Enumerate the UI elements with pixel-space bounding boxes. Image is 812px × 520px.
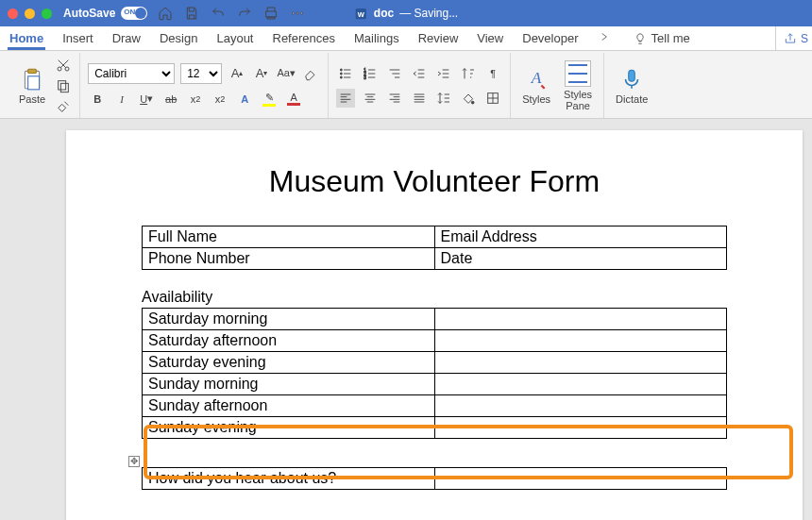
close-window-icon[interactable] — [8, 8, 18, 19]
availability-heading[interactable]: Availability — [142, 289, 727, 306]
tab-insert[interactable]: Insert — [62, 31, 93, 45]
tab-home[interactable]: Home — [9, 31, 43, 45]
page[interactable]: Museum Volunteer Form Full Name Email Ad… — [66, 130, 803, 520]
shading-button[interactable] — [459, 89, 478, 108]
svg-point-14 — [340, 76, 342, 78]
document-heading[interactable]: Museum Volunteer Form — [142, 164, 727, 199]
line-spacing-button[interactable] — [434, 89, 453, 108]
group-font: Calibri 12 A▴ A▾ Aa▾ B I U▾ ab x2 x2 A ✎… — [80, 53, 329, 118]
saving-status: — Saving... — [399, 7, 458, 20]
sort-button[interactable] — [459, 64, 478, 83]
styles-pane-icon — [565, 60, 591, 87]
table-row: Saturday evening — [143, 352, 727, 374]
tell-me-search[interactable]: Tell me — [634, 31, 690, 45]
borders-button[interactable] — [483, 89, 502, 108]
font-size-select[interactable]: 12 — [180, 63, 222, 84]
svg-text:3: 3 — [364, 75, 366, 80]
text-effects-button[interactable]: A — [235, 90, 254, 109]
increase-font-button[interactable]: A▴ — [228, 64, 246, 83]
show-marks-button[interactable]: ¶ — [483, 64, 502, 83]
zoom-window-icon[interactable] — [42, 8, 52, 19]
quick-access-toolbar — [157, 5, 306, 22]
document-canvas[interactable]: Museum Volunteer Form Full Name Email Ad… — [0, 119, 812, 520]
decrease-font-button[interactable]: A▾ — [252, 64, 271, 83]
contact-table[interactable]: Full Name Email Address Phone Number Dat… — [142, 226, 727, 270]
tab-layout[interactable]: Layout — [216, 31, 253, 45]
overflow-icon[interactable] — [598, 30, 611, 46]
align-center-button[interactable] — [361, 89, 380, 108]
availability-table[interactable]: Saturday morning Saturday afternoon Satu… — [142, 308, 727, 439]
justify-button[interactable] — [410, 89, 429, 108]
format-painter-button[interactable] — [55, 98, 72, 115]
home-icon[interactable] — [157, 5, 174, 22]
font-color-button[interactable]: A — [284, 90, 303, 109]
underline-button[interactable]: U▾ — [137, 90, 156, 109]
redo-icon[interactable] — [236, 5, 253, 22]
italic-button[interactable]: I — [112, 90, 131, 109]
ribbon: Paste Calibri 12 A▴ A▾ Aa▾ B I U▾ ab x2 — [0, 51, 812, 119]
indent-icon — [436, 66, 451, 81]
autosave-toggle[interactable]: AutoSave ON — [63, 7, 147, 20]
cell-email[interactable]: Email Address — [434, 226, 727, 248]
tab-review[interactable]: Review — [418, 31, 459, 45]
cut-button[interactable] — [55, 57, 72, 74]
table-row: Saturday morning — [143, 309, 727, 330]
cell-full-name[interactable]: Full Name — [143, 226, 435, 248]
more-icon[interactable] — [289, 5, 306, 22]
cell-hear-about[interactable]: How did you hear about us? — [143, 468, 435, 490]
font-name-select[interactable]: Calibri — [88, 63, 175, 84]
tab-mailings[interactable]: Mailings — [354, 31, 399, 45]
cell-phone[interactable]: Phone Number — [143, 248, 435, 270]
styles-button[interactable]: A Styles — [518, 65, 554, 107]
share-icon — [784, 32, 797, 45]
cell-date[interactable]: Date — [434, 248, 727, 270]
tab-references[interactable]: References — [273, 31, 335, 45]
tab-view[interactable]: View — [477, 31, 503, 45]
undo-icon[interactable] — [210, 5, 227, 22]
tab-draw[interactable]: Draw — [112, 31, 141, 45]
change-case-button[interactable]: Aa▾ — [277, 64, 296, 83]
share-button[interactable]: S — [775, 26, 812, 50]
svg-rect-10 — [59, 80, 66, 89]
save-icon[interactable] — [183, 5, 200, 22]
increase-indent-button[interactable] — [434, 64, 453, 83]
highlight-button[interactable]: ✎ — [260, 90, 279, 109]
svg-point-1 — [296, 12, 298, 14]
table-move-handle-icon[interactable]: ✥ — [128, 456, 140, 467]
paintbrush-icon — [56, 99, 71, 114]
numbering-button[interactable]: 123 — [361, 64, 380, 83]
minimize-window-icon[interactable] — [25, 8, 35, 19]
styles-pane-button[interactable]: Styles Pane — [560, 59, 596, 113]
bullets-icon — [338, 66, 353, 81]
copy-button[interactable] — [55, 77, 72, 94]
svg-rect-6 — [28, 69, 37, 73]
tab-developer[interactable]: Developer — [522, 31, 578, 45]
numbering-icon: 123 — [363, 66, 378, 81]
paste-button[interactable]: Paste — [15, 65, 49, 107]
borders-icon — [485, 91, 500, 106]
microphone-icon — [619, 67, 644, 92]
subscript-button[interactable]: x2 — [186, 90, 205, 109]
table-row: Phone Number Date — [143, 248, 727, 270]
bullets-button[interactable] — [336, 64, 355, 83]
print-icon[interactable] — [262, 5, 279, 22]
ribbon-tabs: Home Insert Draw Design Layout Reference… — [0, 26, 812, 51]
window-controls — [8, 8, 52, 19]
multilevel-list-button[interactable] — [385, 64, 404, 83]
superscript-button[interactable]: x2 — [211, 90, 229, 109]
bold-button[interactable]: B — [88, 90, 107, 109]
styles-icon: A — [524, 67, 549, 92]
dictate-button[interactable]: Dictate — [612, 65, 651, 107]
autosave-switch-icon[interactable]: ON — [121, 7, 147, 20]
table-row: Full Name Email Address — [143, 226, 727, 248]
hear-about-table[interactable]: How did you hear about us? — [142, 467, 727, 490]
multilevel-icon — [387, 66, 402, 81]
align-left-button[interactable] — [336, 89, 355, 108]
table-row: Sunday afternoon — [143, 395, 727, 417]
clear-formatting-button[interactable] — [301, 64, 320, 83]
strikethrough-button[interactable]: ab — [161, 90, 180, 109]
align-left-icon — [338, 91, 353, 106]
tab-design[interactable]: Design — [160, 31, 197, 45]
align-right-button[interactable] — [385, 89, 404, 108]
decrease-indent-button[interactable] — [410, 64, 429, 83]
